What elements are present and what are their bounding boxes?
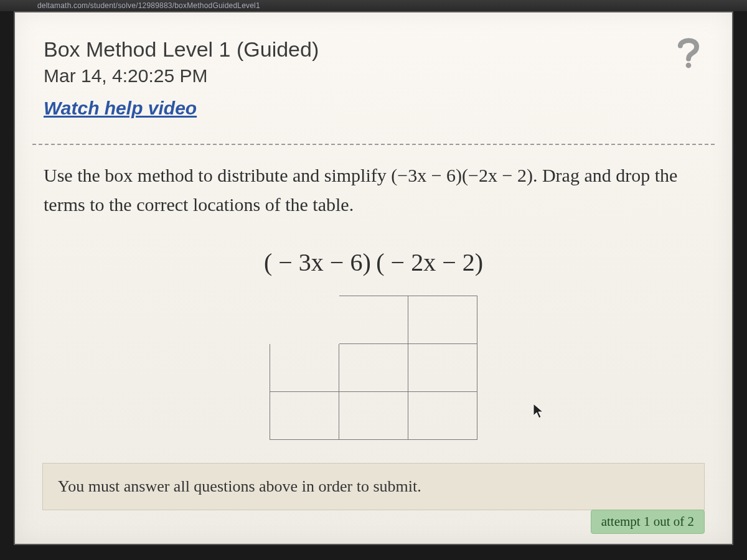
table-cell-drop-1-2[interactable] <box>408 344 477 392</box>
screen: deltamath.com/student/solve/12989883/box… <box>0 0 747 560</box>
table-cell-drop-2-1[interactable] <box>339 392 408 440</box>
watch-help-video-link[interactable]: Watch help video <box>44 98 197 119</box>
display-expression: ( − 3x − 6) ( − 2x − 2) <box>15 248 732 277</box>
browser-address-bar[interactable]: deltamath.com/student/solve/12989883/box… <box>0 0 747 11</box>
timestamp: Mar 14, 4:20:25 PM <box>44 65 319 86</box>
help-button[interactable] <box>670 34 707 71</box>
table-cell-drop-1-1[interactable] <box>339 344 408 392</box>
table-cell-col-header-2[interactable] <box>408 296 477 344</box>
submit-requirement-banner: You must answer all questions above in o… <box>42 463 705 510</box>
inline-expression: (−3x − 6)(−2x − 2) <box>391 165 533 185</box>
table-row <box>270 344 477 392</box>
table-cell-drop-2-2[interactable] <box>408 392 477 440</box>
table-row <box>270 392 477 440</box>
svg-point-0 <box>686 63 692 68</box>
table-cell-row-header-2[interactable] <box>270 392 339 440</box>
table-cell-col-header-1[interactable] <box>339 296 408 344</box>
attempt-text: attempt 1 out of 2 <box>601 514 694 529</box>
header: Box Method Level 1 (Guided) Mar 14, 4:20… <box>15 12 732 133</box>
url-text: deltamath.com/student/solve/12989883/box… <box>37 1 260 10</box>
page-title: Box Method Level 1 (Guided) <box>44 37 319 62</box>
table-cell-row-header-1[interactable] <box>270 344 339 392</box>
factor-1[interactable]: ( − 3x − 6) <box>264 248 371 276</box>
mouse-cursor-icon <box>533 403 545 419</box>
box-method-table[interactable] <box>270 296 477 440</box>
table-cell-header-empty <box>270 296 339 344</box>
instructions-prefix: Use the box method to distribute and sim… <box>44 165 391 185</box>
footer-message: You must answer all questions above in o… <box>58 477 421 495</box>
question-mark-icon <box>671 35 706 70</box>
attempt-counter-badge: attempt 1 out of 2 <box>591 510 705 534</box>
factor-2[interactable]: ( − 2x − 2) <box>376 248 483 276</box>
table-row <box>270 296 477 344</box>
problem-instructions: Use the box method to distribute and sim… <box>15 145 732 219</box>
content-frame: Box Method Level 1 (Guided) Mar 14, 4:20… <box>14 11 733 545</box>
